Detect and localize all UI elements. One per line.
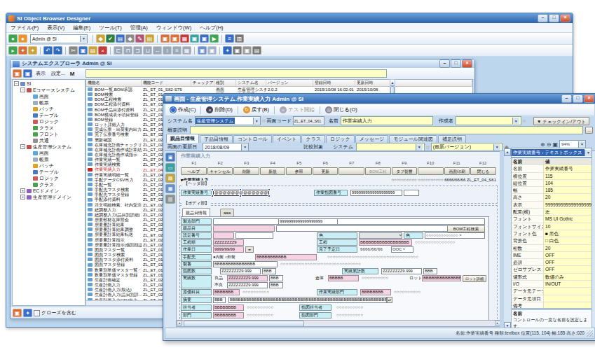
test-start-button[interactable]: ≈テスト開始 <box>277 106 317 114</box>
required-textbox[interactable]: BBBBBBBB <box>213 304 244 311</box>
search-icon[interactable]: ○ <box>262 118 266 124</box>
menu-ファイル(F)[interactable]: ファイル(F) <box>6 24 43 31</box>
collapse-icon[interactable]: − <box>20 144 25 149</box>
list-icon[interactable]: ≡ <box>225 34 234 43</box>
form-button-参照[interactable]: 参照 <box>286 167 312 175</box>
tab-ロジック[interactable]: ロジック <box>326 135 355 143</box>
tool-icon[interactable]: ✦ <box>28 46 37 55</box>
more-button[interactable]: ... <box>585 127 593 134</box>
delete-icon[interactable]: × <box>98 46 107 55</box>
textbox[interactable]: ZZZZZZZZ9.999 <box>227 282 268 288</box>
button-tool-icon[interactable]: ▥ <box>165 195 175 204</box>
form-button-画面印刷[interactable]: 画面印刷 <box>444 167 470 175</box>
form-button-F7[interactable] <box>338 167 364 175</box>
column-header-filler[interactable] <box>395 80 472 86</box>
property-row[interactable]: フォント色■ 黒色 <box>512 230 591 237</box>
menu-ツール(T)[interactable]: ツール(T) <box>95 24 125 31</box>
textbox[interactable]: 9999999999999999999 <box>350 190 402 196</box>
combo[interactable]: ○○○○○○○○○○○○○ ˅ <box>425 232 485 239</box>
collapse-icon[interactable]: − <box>20 88 25 92</box>
collapse-icon[interactable]: − <box>14 81 19 86</box>
align-center-icon[interactable]: ⊓ <box>123 46 132 55</box>
form-button-ヘルプ[interactable]: ヘルプ <box>181 167 207 175</box>
member-icon[interactable]: ◆ <box>125 34 135 43</box>
required-textbox[interactable] <box>213 225 275 232</box>
same-width-icon[interactable]: ↔ <box>153 46 162 55</box>
menu-表示(V)[interactable]: 表示(V) <box>43 24 69 31</box>
include-closed-checkbox[interactable] <box>34 310 40 316</box>
column-header-機能コード[interactable]: 機能コード <box>142 80 191 86</box>
editor-minimize-icon[interactable]: – <box>561 94 572 103</box>
column-header-バージョン[interactable]: バージョン <box>266 80 313 86</box>
close-button[interactable]: ◎閉じる(O) <box>322 106 360 114</box>
align-top-icon[interactable]: ⊔ <box>143 46 152 55</box>
body-tab-parent[interactable]: 親品目情報 <box>182 208 210 216</box>
required-textbox[interactable]: BBBBBBBBBBB <box>255 254 317 260</box>
same-height-icon[interactable]: ↕ <box>163 46 172 55</box>
list-row[interactable]: BOM一覧,BOM承認ZL_ET_01_S82-S75画面生産管理システム2.0… <box>86 87 472 92</box>
required-textbox[interactable]: ZZZZZZZZ9.999 <box>227 275 268 281</box>
zoom-in-icon[interactable]: ⊕ <box>540 141 545 148</box>
textbox[interactable]: ZZZZZZZZ9.999 <box>220 268 261 274</box>
send-back-icon[interactable]: ▣ <box>207 46 217 55</box>
textbox[interactable]: BBB <box>262 268 276 274</box>
scroll-left-icon[interactable]: ◂ <box>177 321 182 326</box>
align-right-icon[interactable]: ⊐ <box>133 46 142 55</box>
form-button-更新[interactable]: 更新 <box>313 167 338 175</box>
textbox[interactable]: ZZZZZZZZ9.999 <box>381 268 422 274</box>
search-icon[interactable]: ○ <box>426 144 430 150</box>
chevron-down-icon[interactable]: ▼ <box>584 150 591 156</box>
search-icon[interactable]: ○ <box>523 118 526 124</box>
editor-maximize-icon[interactable]: □ <box>573 94 583 103</box>
textbox[interactable]: BBB <box>213 297 226 303</box>
explorer-maximize-icon[interactable]: □ <box>451 59 461 68</box>
required-textbox[interactable]: BBBBBBBBBBBBBBB <box>422 275 461 281</box>
cascade-window-icon[interactable]: ▣ <box>13 69 22 78</box>
tab-イベント[interactable]: イベント <box>273 135 301 143</box>
textbox[interactable]: 9999999999999999999 <box>278 218 338 225</box>
column-header-登録日時[interactable]: 登録日時 <box>313 80 355 86</box>
tab-クラス[interactable]: クラス <box>301 135 325 143</box>
refresh-icon[interactable]: ▣ <box>23 69 32 78</box>
column-header-システム名[interactable]: システム名 <box>236 80 266 86</box>
explorer-close-icon[interactable]: × <box>462 59 472 68</box>
export-icon[interactable]: ▶ <box>210 34 219 43</box>
scroll-thumb[interactable] <box>184 321 304 327</box>
textbox[interactable]: BBB <box>269 282 283 288</box>
group-icon[interactable]: ▣ <box>233 46 242 55</box>
form-button-閉じる[interactable]: 閉じる <box>470 167 496 175</box>
required-textbox[interactable] <box>213 232 234 239</box>
property-row[interactable]: データ元項目 <box>512 295 591 302</box>
view-menu[interactable]: 表示 <box>34 70 48 77</box>
undo-icon[interactable]: ↶ <box>43 46 53 55</box>
maximize-icon[interactable]: □ <box>549 14 559 22</box>
checkinout-button[interactable]: ▼ チェックイン/アウト <box>533 117 589 125</box>
filter-icon[interactable]: ▣ <box>13 309 22 317</box>
print-icon[interactable]: ▥ <box>235 34 244 43</box>
checkout-icon[interactable]: ▤ <box>116 34 125 43</box>
textbox[interactable] <box>404 190 419 196</box>
chevron-down-icon[interactable]: ▼ <box>416 144 423 150</box>
search-settings-icon[interactable]: ✦ <box>23 309 32 317</box>
edit-icon[interactable]: ✎ <box>135 34 144 43</box>
window-icon[interactable]: ▣ <box>200 34 209 43</box>
main-titlebar[interactable]: SI Object Browser Designer – □ × <box>6 13 573 23</box>
minimize-icon[interactable]: – <box>538 14 548 22</box>
property-row[interactable]: I/OIN/OUT <box>512 281 591 288</box>
textbox-tool-icon[interactable]: ▤ <box>165 174 175 183</box>
property-row[interactable]: 幅185 <box>512 187 591 194</box>
property-row[interactable]: IMEOFF <box>512 252 591 259</box>
settings-menu[interactable]: 設定... <box>49 70 67 77</box>
redo-icon[interactable]: ↷ <box>53 46 62 55</box>
paste-icon[interactable]: ▤ <box>88 46 97 55</box>
form-button-F10[interactable] <box>418 167 444 175</box>
required-textbox[interactable]: ZZZZZZZZ9 <box>213 239 244 246</box>
connect-icon[interactable]: ● <box>8 34 18 43</box>
required-textbox[interactable]: BBBBBBBB <box>360 289 391 295</box>
lock-icon[interactable]: ✦ <box>223 46 232 55</box>
required-textbox[interactable]: BBBBBBB <box>213 289 240 295</box>
grid-tool-icon[interactable]: ▦ <box>165 184 175 193</box>
column-header-機能名[interactable]: 機能名 <box>86 80 142 86</box>
user-icon[interactable]: ◆ <box>96 34 105 43</box>
date-textbox[interactable]: 9999/99/99 <box>213 246 244 253</box>
